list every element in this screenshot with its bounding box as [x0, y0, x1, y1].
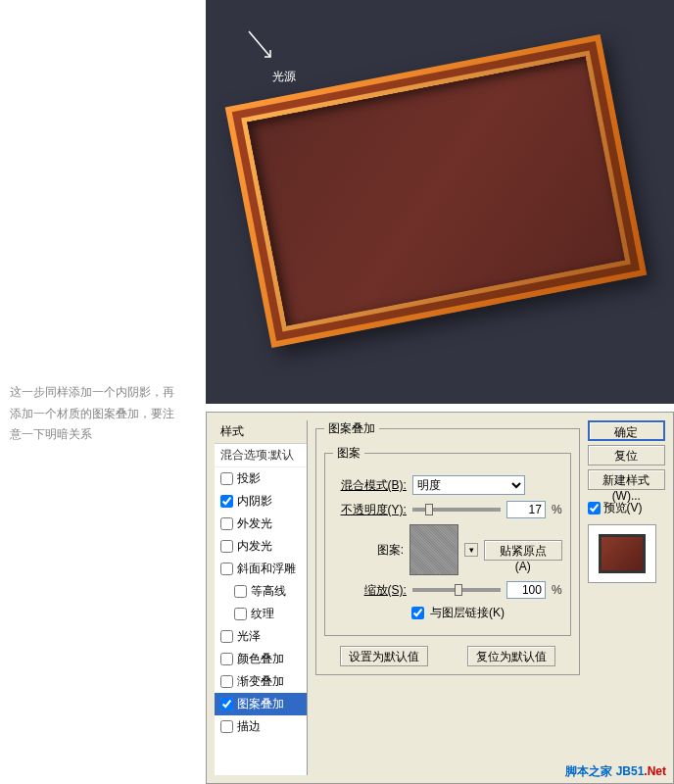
opacity-slider[interactable]	[412, 508, 501, 512]
style-checkbox[interactable]	[234, 585, 247, 598]
style-label: 图案叠加	[237, 696, 284, 712]
style-item-内阴影[interactable]: 内阴影	[215, 490, 307, 513]
pattern-group-label: 图案	[333, 445, 364, 462]
pattern-overlay-group: 图案叠加 图案 混合模式(B): 明度 不透明度(Y): % 图案: ▾	[315, 420, 580, 675]
style-item-等高线[interactable]: 等高线	[215, 580, 307, 603]
style-checkbox[interactable]	[220, 517, 233, 530]
styles-list: 样式 混合选项:默认 投影内阴影外发光内发光斜面和浮雕等高线纹理光泽颜色叠加渐变…	[215, 420, 308, 775]
link-layer-checkbox[interactable]	[411, 607, 424, 619]
style-label: 投影	[237, 470, 261, 487]
style-label: 等高线	[251, 583, 286, 600]
link-layer-label: 与图层链接(K)	[430, 605, 505, 621]
style-label: 外发光	[237, 515, 272, 532]
scale-label: 缩放(S):	[333, 582, 407, 599]
style-checkbox[interactable]	[220, 472, 233, 485]
scale-input[interactable]	[506, 581, 546, 599]
style-label: 渐变叠加	[237, 673, 284, 690]
snap-origin-button[interactable]: 贴紧原点(A)	[484, 540, 562, 561]
dialog-buttons: 确定 复位 新建样式(W)... 预览(V)	[588, 413, 673, 783]
style-label: 颜色叠加	[237, 651, 284, 667]
set-default-button[interactable]: 设置为默认值	[340, 646, 428, 666]
pattern-overlay-panel: 图案叠加 图案 混合模式(B): 明度 不透明度(Y): % 图案: ▾	[308, 413, 588, 783]
svg-line-0	[249, 31, 270, 57]
blend-options-item[interactable]: 混合选项:默认	[215, 444, 307, 467]
style-checkbox[interactable]	[234, 608, 247, 620]
style-item-外发光[interactable]: 外发光	[215, 513, 307, 535]
blend-mode-label: 混合模式(B):	[333, 477, 407, 494]
opacity-input[interactable]	[506, 501, 546, 518]
style-item-光泽[interactable]: 光泽	[215, 625, 307, 648]
pattern-swatch[interactable]	[409, 524, 458, 575]
style-label: 光泽	[237, 628, 261, 645]
preview-thumbnail	[588, 524, 656, 583]
new-style-button[interactable]: 新建样式(W)...	[588, 469, 665, 490]
blend-mode-select[interactable]: 明度	[412, 475, 525, 495]
pattern-dropdown-icon[interactable]: ▾	[464, 543, 478, 557]
style-checkbox[interactable]	[220, 630, 233, 643]
panel-title: 图案叠加	[324, 420, 379, 437]
style-item-纹理[interactable]: 纹理	[215, 603, 307, 625]
style-checkbox[interactable]	[220, 675, 233, 688]
canvas-preview: 光源	[206, 0, 674, 404]
ok-button[interactable]: 确定	[588, 420, 665, 441]
light-source-label: 光源	[272, 69, 296, 85]
layer-style-dialog: 样式 混合选项:默认 投影内阴影外发光内发光斜面和浮雕等高线纹理光泽颜色叠加渐变…	[206, 412, 674, 784]
step-description: 这一步同样添加一个内阴影，再添加一个材质的图案叠加，要注意一下明暗关系	[10, 382, 181, 446]
style-label: 描边	[237, 718, 261, 735]
reset-default-button[interactable]: 复位为默认值	[467, 646, 555, 666]
style-label: 内发光	[237, 538, 272, 555]
style-checkbox[interactable]	[220, 495, 233, 508]
style-label: 斜面和浮雕	[237, 561, 296, 577]
scale-slider[interactable]	[412, 588, 501, 592]
style-item-渐变叠加[interactable]: 渐变叠加	[215, 670, 307, 693]
style-item-颜色叠加[interactable]: 颜色叠加	[215, 648, 307, 670]
style-checkbox[interactable]	[220, 653, 233, 665]
style-item-斜面和浮雕[interactable]: 斜面和浮雕	[215, 558, 307, 580]
style-checkbox[interactable]	[220, 563, 233, 575]
preview-checkbox[interactable]	[588, 502, 601, 514]
style-label: 内阴影	[237, 493, 272, 510]
style-checkbox[interactable]	[220, 540, 233, 553]
style-checkbox[interactable]	[220, 698, 233, 710]
style-item-内发光[interactable]: 内发光	[215, 535, 307, 558]
style-checkbox[interactable]	[220, 720, 233, 733]
cancel-button[interactable]: 复位	[588, 445, 665, 466]
light-arrow-icon	[247, 29, 276, 64]
style-item-投影[interactable]: 投影	[215, 467, 307, 490]
opacity-percent: %	[552, 503, 562, 516]
opacity-label: 不透明度(Y):	[333, 502, 407, 518]
pattern-label: 图案:	[333, 542, 404, 559]
style-item-图案叠加[interactable]: 图案叠加	[215, 693, 307, 715]
watermark: 脚本之家 JB51.Net	[565, 763, 666, 780]
style-item-描边[interactable]: 描边	[215, 715, 307, 738]
style-label: 纹理	[251, 606, 274, 622]
styles-header[interactable]: 样式	[215, 420, 307, 444]
preview-label: 预览(V)	[603, 500, 643, 516]
pattern-subgroup: 图案 混合模式(B): 明度 不透明度(Y): % 图案: ▾ 贴紧原点(A)	[324, 445, 571, 636]
scale-percent: %	[552, 583, 562, 597]
